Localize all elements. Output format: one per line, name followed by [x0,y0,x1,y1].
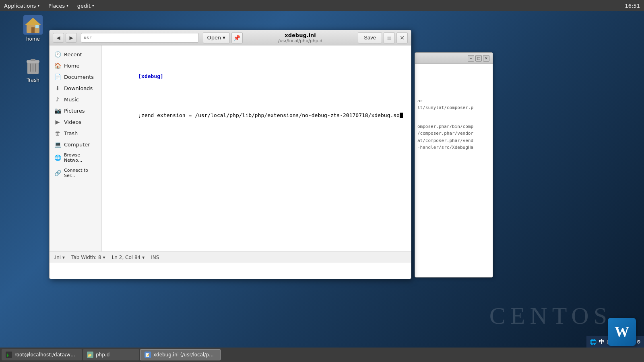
term-line-3: omposer.phar/bin/comp [417,111,490,130]
sidebar-item-documents[interactable]: 📄 Documents [50,71,101,82]
videos-icon: ▶ [54,119,61,125]
taskbar-item-terminal[interactable]: $_ root@localhost:/data/www/defau... [2,349,82,360]
places-menu[interactable]: Places ▾ [44,1,72,10]
terminal-titlebar: – □ ✕ [415,53,493,64]
bottom-taskbar: $_ root@localhost:/data/www/defau... 📁 p… [0,348,644,362]
statusbar-mode: INS [151,255,159,260]
sidebar-label-home: Home [64,63,79,69]
terminal-minimize-btn[interactable]: – [468,55,474,62]
sidebar-label-trash: Trash [64,130,78,136]
connect-server-icon: 🔗 [54,170,61,176]
gedit-menu[interactable]: gedit ▾ [73,1,98,10]
places-arrow: ▾ [66,4,68,8]
svg-rect-2 [31,27,35,33]
gedit-close-btn[interactable]: ✕ [396,32,408,43]
sidebar-item-videos[interactable]: ▶ Videos [50,116,101,128]
gedit-title-area: xdebug.ini /usr/local/php/php.d [244,32,357,43]
sidebar-item-recent[interactable]: 🕐 Recent [50,49,101,60]
sidebar-item-pictures[interactable]: 📷 Pictures [50,105,101,116]
sidebar-item-home[interactable]: 🏠 Home [50,60,101,71]
svg-marker-1 [25,18,41,25]
term-line-2: lt/sunylat/composer.p [417,104,490,111]
filetype-arrow: ▾ [62,255,65,260]
cursor [400,112,403,118]
sidebar-label-music: Music [64,97,79,103]
cursor-arrow: ▾ [142,255,144,260]
taskbar-item-phpd[interactable]: 📁 php.d [83,349,139,360]
statusbar-cursor[interactable]: Ln 2, Col 84 ▾ [112,255,145,260]
svg-rect-6 [31,59,35,61]
gedit-editor[interactable]: [xdebug] ;zend_extension = /usr/local/ph… [102,45,411,251]
trash-icon-image [23,56,43,76]
statusbar-filetype[interactable]: .ini ▾ [54,255,65,260]
gedit-subtitle: /usr/local/php/php.d [278,38,322,43]
sidebar-label-pictures: Pictures [64,108,85,114]
w-logo: W [608,318,636,346]
tabwidth-label: Tab Width: 8 [71,255,101,260]
places-label: Places [48,3,65,9]
pictures-icon: 📷 [54,107,61,114]
tabwidth-arrow: ▾ [103,255,105,260]
sidebar-item-trash[interactable]: 🗑 Trash [50,128,101,139]
gedit-open-btn[interactable]: Open ▾ [203,32,230,43]
documents-icon: 📄 [54,74,61,80]
sidebar-label-downloads: Downloads [64,85,93,91]
sidebar-item-downloads[interactable]: ⬇ Downloads [50,82,101,94]
music-icon: ♪ [54,96,61,103]
mode-label: INS [151,255,159,260]
editor-line-1: [xdebug] [107,64,406,88]
taskbar-terminal-label: root@localhost:/data/www/defau... [14,352,78,358]
xdebug-section: [xdebug] [138,73,163,79]
sidebar-item-music[interactable]: ♪ Music [50,94,101,105]
sidebar-item-connect-to-server[interactable]: 🔗 Connect to Ser... [50,165,101,181]
ime-icon-7[interactable]: ⚙ [636,339,641,345]
taskbar-item-xdebug[interactable]: 📝 xdebug.ini (/usr/local/php/php.d) –... [140,349,221,360]
sidebar-label-recent: Recent [64,51,82,58]
ime-icon-2[interactable]: 中 [599,338,604,346]
gedit-location-bar[interactable]: usr [81,33,199,43]
sidebar-item-computer[interactable]: 💻 Computer [50,139,101,150]
svg-text:$_: $_ [6,353,11,357]
taskbar-terminal-icon: $_ [6,352,12,358]
top-panel-right: 16:51 [625,3,644,9]
ime-icon-1[interactable]: 🌐 [590,339,597,345]
recent-icon: 🕐 [54,51,61,58]
taskbar-xdebug-label: xdebug.ini (/usr/local/php/php.d) –... [153,352,216,358]
sidebar-label-browse-network: Browse Netwo... [64,152,97,163]
filetype-label: .ini [54,255,61,260]
downloads-icon: ⬇ [54,85,61,91]
taskbar-phpd-label: php.d [96,352,109,358]
svg-text:📝: 📝 [145,353,150,358]
terminal-window: – □ ✕ ar lt/sunylat/composer.p omposer.p… [415,52,493,278]
home-desktop-icon[interactable]: home [17,15,49,42]
editor-line-2: ;zend_extension = /usr/local/php/lib/php… [107,104,406,128]
terminal-maximize-btn[interactable]: □ [475,55,482,62]
sidebar-item-browse-network[interactable]: 🌐 Browse Netwo... [50,150,101,165]
statusbar-tabwidth[interactable]: Tab Width: 8 ▾ [71,255,105,260]
term-line-6: -handler/src/XdebugHa [417,144,490,151]
gedit-back-btn[interactable]: ◀ [53,33,64,43]
zend-extension-line: ;zend_extension = /usr/local/php/lib/php… [138,112,400,118]
applications-arrow: ▾ [37,4,39,8]
terminal-close-btn[interactable]: ✕ [483,55,489,62]
gedit-pin-btn[interactable]: 📌 [231,32,243,43]
panel-time: 16:51 [625,3,640,9]
applications-menu[interactable]: Applications ▾ [0,1,43,10]
gedit-forward-btn[interactable]: ▶ [66,33,77,43]
trash-icon-label: Trash [27,77,39,83]
top-panel-left: Applications ▾ Places ▾ gedit ▾ [0,1,98,10]
gedit-arrow: ▾ [92,4,94,8]
sidebar-label-videos: Videos [64,119,81,125]
browse-network-icon: 🌐 [54,154,61,161]
term-line-4: /composer.phar/vendor [417,130,490,137]
gedit-menu-btn[interactable]: ≡ [384,32,395,43]
cursor-label: Ln 2, Col 84 [112,255,141,260]
home-icon-image [23,15,43,35]
term-line-1: ar [417,66,490,104]
gedit-save-btn[interactable]: Save [358,32,382,43]
taskbar-xdebug-icon: 📝 [144,352,151,358]
trash-desktop-icon[interactable]: Trash [17,56,49,83]
svg-rect-3 [35,25,39,28]
applications-label: Applications [4,3,36,9]
gedit-title: xdebug.ini [285,32,316,38]
